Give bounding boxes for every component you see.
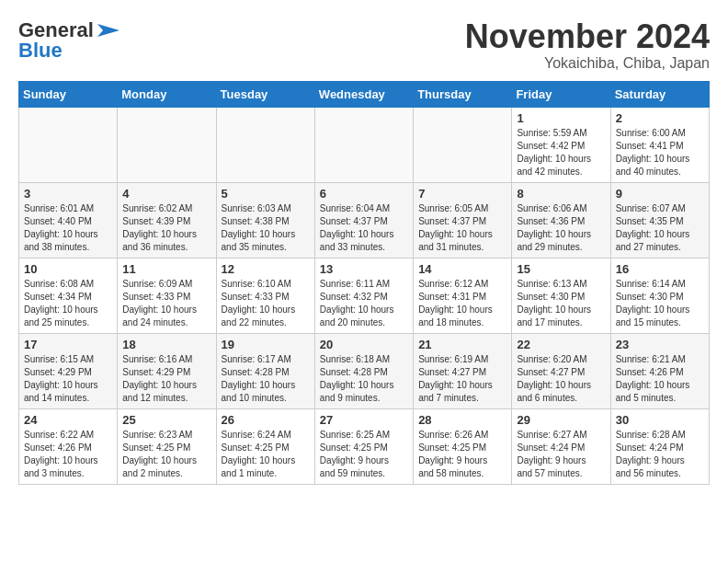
week-row-1: 1Sunrise: 5:59 AM Sunset: 4:42 PM Daylig… — [19, 107, 710, 182]
day-number: 17 — [24, 338, 112, 351]
day-content: Sunrise: 6:26 AM Sunset: 4:25 PM Dayligh… — [418, 429, 506, 480]
day-number: 18 — [122, 338, 210, 351]
day-number: 8 — [517, 187, 605, 201]
calendar-cell: 11Sunrise: 6:09 AM Sunset: 4:33 PM Dayli… — [118, 258, 216, 333]
day-content: Sunrise: 6:25 AM Sunset: 4:25 PM Dayligh… — [320, 429, 408, 480]
calendar-cell: 8Sunrise: 6:06 AM Sunset: 4:36 PM Daylig… — [512, 182, 610, 258]
day-number: 29 — [517, 413, 605, 427]
calendar-cell — [216, 107, 314, 182]
day-content: Sunrise: 6:11 AM Sunset: 4:32 PM Dayligh… — [320, 278, 408, 329]
day-number: 15 — [517, 262, 605, 276]
svg-marker-0 — [97, 24, 119, 37]
calendar-cell: 22Sunrise: 6:20 AM Sunset: 4:27 PM Dayli… — [512, 333, 610, 408]
calendar-cell — [314, 107, 413, 182]
day-number: 3 — [24, 187, 112, 201]
calendar-cell: 12Sunrise: 6:10 AM Sunset: 4:33 PM Dayli… — [216, 258, 314, 333]
calendar-cell: 14Sunrise: 6:12 AM Sunset: 4:31 PM Dayli… — [414, 258, 512, 333]
day-content: Sunrise: 6:17 AM Sunset: 4:28 PM Dayligh… — [222, 353, 310, 405]
day-content: Sunrise: 6:13 AM Sunset: 4:30 PM Dayligh… — [517, 278, 605, 329]
day-content: Sunrise: 6:18 AM Sunset: 4:28 PM Dayligh… — [320, 353, 408, 405]
calendar-cell: 24Sunrise: 6:22 AM Sunset: 4:26 PM Dayli… — [19, 408, 118, 484]
calendar-cell: 30Sunrise: 6:28 AM Sunset: 4:24 PM Dayli… — [610, 408, 709, 484]
calendar-cell: 9Sunrise: 6:07 AM Sunset: 4:35 PM Daylig… — [610, 182, 709, 258]
day-number: 11 — [122, 262, 210, 276]
day-number: 12 — [222, 262, 310, 276]
day-number: 14 — [418, 262, 506, 276]
day-content: Sunrise: 6:19 AM Sunset: 4:27 PM Dayligh… — [418, 353, 506, 405]
day-number: 13 — [320, 262, 408, 276]
header-saturday: Saturday — [610, 81, 709, 107]
day-content: Sunrise: 6:23 AM Sunset: 4:25 PM Dayligh… — [122, 429, 210, 480]
day-content: Sunrise: 6:22 AM Sunset: 4:26 PM Dayligh… — [24, 429, 112, 480]
day-number: 7 — [418, 187, 506, 201]
calendar-header-row: SundayMondayTuesdayWednesdayThursdayFrid… — [19, 81, 710, 107]
day-content: Sunrise: 6:07 AM Sunset: 4:35 PM Dayligh… — [616, 202, 704, 254]
calendar-cell: 17Sunrise: 6:15 AM Sunset: 4:29 PM Dayli… — [19, 333, 118, 408]
day-content: Sunrise: 6:15 AM Sunset: 4:29 PM Dayligh… — [24, 353, 112, 405]
day-number: 20 — [320, 338, 408, 351]
day-content: Sunrise: 6:14 AM Sunset: 4:30 PM Dayligh… — [616, 278, 704, 329]
calendar-cell: 28Sunrise: 6:26 AM Sunset: 4:25 PM Dayli… — [414, 408, 512, 484]
week-row-5: 24Sunrise: 6:22 AM Sunset: 4:26 PM Dayli… — [19, 408, 710, 484]
day-number: 25 — [122, 413, 210, 427]
week-row-2: 3Sunrise: 6:01 AM Sunset: 4:40 PM Daylig… — [19, 182, 710, 258]
logo-arrow-icon — [94, 20, 123, 40]
week-row-4: 17Sunrise: 6:15 AM Sunset: 4:29 PM Dayli… — [19, 333, 710, 408]
day-number: 24 — [24, 413, 112, 427]
day-content: Sunrise: 6:09 AM Sunset: 4:33 PM Dayligh… — [122, 278, 210, 329]
calendar-cell: 2Sunrise: 6:00 AM Sunset: 4:41 PM Daylig… — [610, 107, 709, 182]
calendar-cell: 18Sunrise: 6:16 AM Sunset: 4:29 PM Dayli… — [118, 333, 216, 408]
calendar-cell: 23Sunrise: 6:21 AM Sunset: 4:26 PM Dayli… — [610, 333, 709, 408]
logo: General Blue — [18, 18, 123, 63]
calendar-cell: 19Sunrise: 6:17 AM Sunset: 4:28 PM Dayli… — [216, 333, 314, 408]
title-block: November 2024 Yokaichiba, Chiba, Japan — [465, 18, 710, 72]
day-content: Sunrise: 6:12 AM Sunset: 4:31 PM Dayligh… — [418, 278, 506, 329]
day-content: Sunrise: 6:06 AM Sunset: 4:36 PM Dayligh… — [517, 202, 605, 254]
day-number: 28 — [418, 413, 506, 427]
day-number: 16 — [616, 262, 704, 276]
day-number: 10 — [24, 262, 112, 276]
day-number: 5 — [222, 187, 310, 201]
day-content: Sunrise: 6:28 AM Sunset: 4:24 PM Dayligh… — [616, 429, 704, 480]
header-tuesday: Tuesday — [216, 81, 314, 107]
day-number: 21 — [418, 338, 506, 351]
calendar-cell: 21Sunrise: 6:19 AM Sunset: 4:27 PM Dayli… — [414, 333, 512, 408]
calendar-cell: 7Sunrise: 6:05 AM Sunset: 4:37 PM Daylig… — [414, 182, 512, 258]
calendar-cell: 16Sunrise: 6:14 AM Sunset: 4:30 PM Dayli… — [610, 258, 709, 333]
header-wednesday: Wednesday — [314, 81, 413, 107]
day-content: Sunrise: 6:02 AM Sunset: 4:39 PM Dayligh… — [122, 202, 210, 254]
day-content: Sunrise: 6:10 AM Sunset: 4:33 PM Dayligh… — [222, 278, 310, 329]
day-content: Sunrise: 6:21 AM Sunset: 4:26 PM Dayligh… — [616, 353, 704, 405]
calendar-title: November 2024 — [465, 18, 710, 55]
day-content: Sunrise: 6:01 AM Sunset: 4:40 PM Dayligh… — [24, 202, 112, 254]
calendar-cell: 20Sunrise: 6:18 AM Sunset: 4:28 PM Dayli… — [314, 333, 413, 408]
day-content: Sunrise: 6:27 AM Sunset: 4:24 PM Dayligh… — [517, 429, 605, 480]
calendar-cell: 1Sunrise: 5:59 AM Sunset: 4:42 PM Daylig… — [512, 107, 610, 182]
calendar-cell — [19, 107, 118, 182]
day-number: 22 — [517, 338, 605, 351]
header-thursday: Thursday — [414, 81, 512, 107]
day-content: Sunrise: 6:05 AM Sunset: 4:37 PM Dayligh… — [418, 202, 506, 254]
header-friday: Friday — [512, 81, 610, 107]
day-number: 6 — [320, 187, 408, 201]
calendar-cell: 26Sunrise: 6:24 AM Sunset: 4:25 PM Dayli… — [216, 408, 314, 484]
calendar-cell: 27Sunrise: 6:25 AM Sunset: 4:25 PM Dayli… — [314, 408, 413, 484]
day-content: Sunrise: 6:16 AM Sunset: 4:29 PM Dayligh… — [122, 353, 210, 405]
day-content: Sunrise: 6:03 AM Sunset: 4:38 PM Dayligh… — [222, 202, 310, 254]
day-number: 4 — [122, 187, 210, 201]
calendar-cell: 6Sunrise: 6:04 AM Sunset: 4:37 PM Daylig… — [314, 182, 413, 258]
logo-blue: Blue — [18, 39, 63, 63]
calendar-cell: 4Sunrise: 6:02 AM Sunset: 4:39 PM Daylig… — [118, 182, 216, 258]
calendar-cell: 29Sunrise: 6:27 AM Sunset: 4:24 PM Dayli… — [512, 408, 610, 484]
calendar-subtitle: Yokaichiba, Chiba, Japan — [465, 55, 710, 72]
day-number: 30 — [616, 413, 704, 427]
calendar-table: SundayMondayTuesdayWednesdayThursdayFrid… — [18, 81, 710, 485]
day-content: Sunrise: 6:24 AM Sunset: 4:25 PM Dayligh… — [222, 429, 310, 480]
calendar-cell: 3Sunrise: 6:01 AM Sunset: 4:40 PM Daylig… — [19, 182, 118, 258]
calendar-cell: 5Sunrise: 6:03 AM Sunset: 4:38 PM Daylig… — [216, 182, 314, 258]
day-content: Sunrise: 6:00 AM Sunset: 4:41 PM Dayligh… — [616, 127, 704, 178]
day-number: 23 — [616, 338, 704, 351]
day-number: 19 — [222, 338, 310, 351]
day-content: Sunrise: 6:20 AM Sunset: 4:27 PM Dayligh… — [517, 353, 605, 405]
calendar-cell: 15Sunrise: 6:13 AM Sunset: 4:30 PM Dayli… — [512, 258, 610, 333]
